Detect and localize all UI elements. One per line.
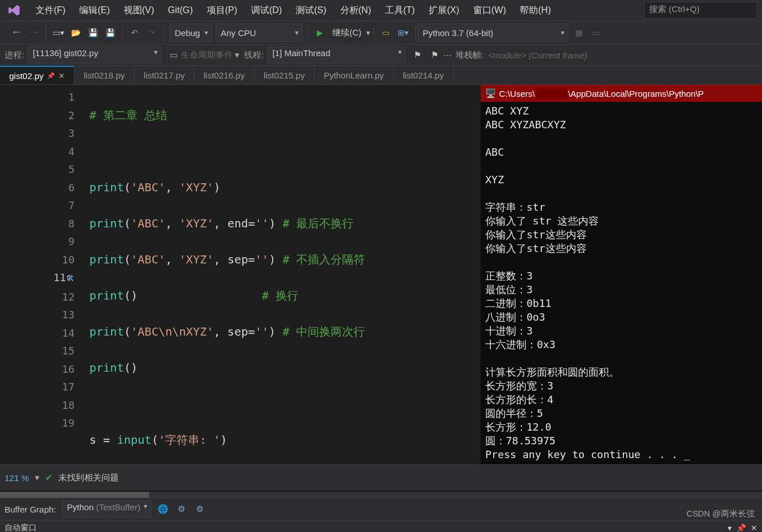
editor-tabs: gist02.py📌✕ list0218.py list0217.py list… bbox=[0, 66, 762, 85]
watermark: CSDN @两米长弦 bbox=[686, 509, 755, 519]
menu-debug[interactable]: 调试(D) bbox=[244, 2, 289, 19]
menu-window[interactable]: 窗口(W) bbox=[466, 2, 513, 19]
menu-edit[interactable]: 编辑(E) bbox=[72, 2, 116, 19]
process-label: 进程: bbox=[5, 50, 24, 61]
tab-list0218[interactable]: list0218.py bbox=[74, 66, 135, 84]
editor-status-bar: 121 % ▾ ✔ 未找到相关问题 bbox=[0, 464, 762, 490]
menu-extensions[interactable]: 扩展(X) bbox=[422, 2, 466, 19]
thread-dropdown[interactable]: [1] MainThread bbox=[268, 46, 406, 64]
close-icon[interactable]: ✕ bbox=[58, 72, 65, 80]
platform-dropdown[interactable]: Any CPU bbox=[215, 23, 303, 42]
layout-icon[interactable]: ⊞▾ bbox=[396, 25, 411, 40]
terminal-title: 🖥️ C:\Users\\AppData\Local\Programs\Pyth… bbox=[481, 85, 762, 102]
menu-help[interactable]: 帮助(H) bbox=[513, 2, 557, 19]
autos-window: 自动窗口 ▾📌✕ 搜索(Ctrl+E) ▾ ← → 搜索深度: 3 bbox=[0, 520, 762, 532]
tab-list0214[interactable]: list0214.py bbox=[394, 66, 454, 84]
graph1-icon[interactable]: ⚙ bbox=[175, 503, 188, 515]
screwdriver-icon[interactable]: 🛠 bbox=[66, 273, 74, 283]
menu-tools[interactable]: 工具(T) bbox=[378, 2, 422, 19]
graph2-icon[interactable]: ⚙ bbox=[194, 503, 206, 515]
thread-label: 线程: bbox=[244, 50, 264, 61]
configuration-dropdown[interactable]: Debug bbox=[170, 23, 212, 42]
terminal-output[interactable]: ABC XYZ ABC XYZABCXYZ ABC XYZ 字符串：str 你输… bbox=[481, 102, 762, 464]
main-area: 1234567891011🛠1213141516171819 # 第二章 总结 … bbox=[0, 85, 762, 464]
flag2-icon[interactable]: ⚑ bbox=[427, 48, 442, 62]
buffer-bar: Buffer Graph: Python (TextBuffer) 🌐 ⚙ ⚙ bbox=[0, 498, 762, 520]
pin-icon[interactable]: 📌 bbox=[47, 72, 55, 80]
process-dropdown[interactable]: [11136] gist02.py bbox=[28, 46, 162, 64]
issues-label: 未找到相关问题 bbox=[58, 472, 119, 483]
buffer-label: Buffer Graph: bbox=[5, 505, 56, 514]
tab-list0216[interactable]: list0216.py bbox=[194, 66, 254, 84]
tab-list0215[interactable]: list0215.py bbox=[254, 66, 315, 84]
tab-list0217[interactable]: list0217.py bbox=[135, 66, 195, 84]
autos-title-label: 自动窗口 bbox=[5, 523, 37, 532]
grid-icon[interactable]: ▦ bbox=[571, 25, 586, 40]
undo-button[interactable]: ↶ bbox=[127, 25, 142, 40]
continue-button[interactable]: ▶ bbox=[313, 25, 328, 40]
tab-pythonlearn[interactable]: PythonLearn.py bbox=[315, 66, 394, 84]
vs-logo-icon bbox=[8, 4, 21, 17]
new-item-button[interactable]: ▭▾ bbox=[51, 25, 66, 40]
menu-bar: 文件(F) 编辑(E) 视图(V) Git(G) 项目(P) 调试(D) 测试(… bbox=[0, 0, 762, 21]
dropdown-icon[interactable]: ▾ bbox=[728, 523, 732, 532]
python-interpreter-dropdown[interactable]: Python 3.7 (64-bit) bbox=[418, 23, 568, 42]
close-icon[interactable]: ✕ bbox=[751, 523, 757, 532]
open-file-button[interactable]: 📂 bbox=[68, 25, 83, 40]
menu-analyze[interactable]: 分析(N) bbox=[333, 2, 378, 19]
window-icon[interactable]: ▭ bbox=[588, 25, 603, 40]
menu-file[interactable]: 文件(F) bbox=[29, 2, 72, 19]
check-icon: ✔ bbox=[45, 472, 53, 483]
menu-view[interactable]: 视图(V) bbox=[117, 2, 161, 19]
redacted-username bbox=[536, 88, 567, 98]
redo-button: ↷ bbox=[144, 25, 159, 40]
pin-icon[interactable]: 📌 bbox=[736, 523, 746, 532]
buffer-dropdown[interactable]: Python (TextBuffer) bbox=[62, 501, 151, 518]
main-toolbar: ⭠ ⭢ ▭▾ 📂 💾 💾 ↶ ↷ Debug Any CPU ▶ 继续(C) ▾… bbox=[0, 21, 762, 45]
stackframe-label: 堆栈帧: bbox=[455, 50, 484, 61]
save-button[interactable]: 💾 bbox=[85, 25, 100, 40]
forward-button: ⭢ bbox=[26, 25, 41, 40]
menu-project[interactable]: 项目(P) bbox=[200, 2, 244, 19]
save-all-button[interactable]: 💾 bbox=[103, 25, 117, 40]
stackframe-value: <module> (Current frame) bbox=[488, 50, 587, 60]
back-button[interactable]: ⭠ bbox=[9, 25, 24, 40]
tab-gist02[interactable]: gist02.py📌✕ bbox=[0, 66, 74, 84]
menu-git[interactable]: Git(G) bbox=[161, 3, 200, 18]
line-gutter: 1234567891011🛠1213141516171819 bbox=[0, 85, 84, 464]
terminal-panel: 🖥️ C:\Users\\AppData\Local\Programs\Pyth… bbox=[481, 85, 762, 464]
code-editor[interactable]: 1234567891011🛠1213141516171819 # 第二章 总结 … bbox=[0, 85, 481, 464]
zoom-level[interactable]: 121 % bbox=[5, 473, 29, 483]
code-body[interactable]: # 第二章 总结 print('ABC', 'XYZ') print('ABC'… bbox=[84, 85, 481, 464]
horizontal-scrollbar[interactable] bbox=[0, 492, 762, 498]
lifecycle-label: 生命周期事件 bbox=[181, 50, 233, 61]
search-input[interactable]: 搜索 (Ctrl+Q) bbox=[644, 2, 757, 19]
terminal-icon: 🖥️ bbox=[485, 88, 496, 98]
chevron-down-icon[interactable]: ▾ bbox=[366, 28, 370, 37]
debug-toolbar: 进程: [11136] gist02.py ▭ 生命周期事件 ▾ 线程: [1]… bbox=[0, 45, 762, 66]
menu-test[interactable]: 测试(S) bbox=[289, 2, 333, 19]
folder-icon[interactable]: ▭ bbox=[379, 25, 394, 40]
continue-label[interactable]: 继续(C) bbox=[329, 27, 365, 38]
globe-icon[interactable]: 🌐 bbox=[157, 503, 170, 515]
flag-icon[interactable]: ⚑ bbox=[410, 48, 425, 62]
